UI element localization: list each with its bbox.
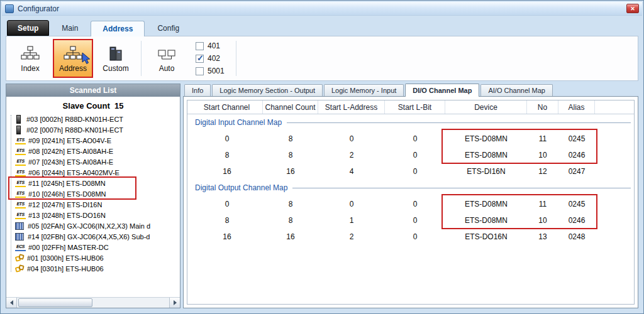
- channel-map-panel: Info Logic Memory Section - Output Logic…: [183, 84, 638, 308]
- tree-item[interactable]: ETS#12 [0247h] ETS-DI16N: [14, 199, 180, 210]
- cell-channel-count: 8: [263, 196, 318, 212]
- cell-start-channel: 0: [191, 196, 263, 212]
- scanned-list-panel: Scanned List Slave Count 15 #03 [0002h] …: [6, 84, 180, 308]
- scroll-thumb[interactable]: [18, 298, 92, 307]
- section-title: Digital Input Channel Map: [187, 114, 634, 131]
- tab-main[interactable]: Main: [50, 20, 89, 36]
- column-header-start-l-address: Start L-Address: [318, 100, 385, 114]
- detail-tab-bar: Info Logic Memory Section - Output Logic…: [183, 84, 638, 96]
- table-header-row: Start Channel Channel Count Start L-Addr…: [187, 100, 634, 114]
- mouse-cursor-icon: [81, 52, 91, 67]
- hub-icon: [15, 254, 25, 262]
- tree-item[interactable]: ETS#10 [0246h] ETS-D08MN: [14, 188, 180, 199]
- cell-start-l-address: 2: [318, 147, 385, 163]
- channel-map-row[interactable]: 8820ETS-D08MN100246: [187, 147, 634, 163]
- tree-item-label: #08 [0242h] ETS-AI08AH-E: [28, 148, 113, 155]
- scroll-left-button[interactable]: [6, 298, 17, 308]
- tree-item[interactable]: ECS#00 [02FFh] MASTER-DC: [14, 242, 180, 252]
- tab-setup[interactable]: Setup: [7, 20, 49, 36]
- cell-device: ETS-D08MN: [445, 147, 527, 163]
- tab-info[interactable]: Info: [184, 84, 211, 96]
- section-title: Digital Output Channel Map: [187, 180, 634, 196]
- master-icon: ECS: [15, 243, 26, 251]
- channel-map-row[interactable]: 161620ETS-DO16N130248: [187, 229, 634, 245]
- auto-button-label: Auto: [159, 64, 175, 73]
- channel-map-row[interactable]: 161640ETS-DI16N120247: [187, 163, 634, 180]
- tree-item[interactable]: #05 [02FAh] GX-JC06(IN,X2,X3) Main d: [14, 220, 180, 231]
- cell-device: ETS-DI16N: [445, 163, 527, 180]
- tree-item-label: #04 [0301h] ETS-HUB06: [27, 265, 104, 273]
- auto-button[interactable]: Auto: [147, 39, 187, 78]
- column-header-device: Device: [445, 100, 527, 114]
- cell-start-l-address: 4: [318, 163, 385, 180]
- checkbox-5001[interactable]: [196, 67, 204, 75]
- channel-map-row[interactable]: 0800ETS-D08MN110245: [187, 196, 634, 212]
- ets-module-icon: ETS: [15, 147, 26, 155]
- tab-aio-channel-map[interactable]: AI/O Channel Map: [480, 84, 553, 96]
- cell-channel-count: 16: [263, 229, 318, 245]
- hub-icon: [15, 264, 25, 273]
- cell-start-l-address: 2: [318, 229, 385, 245]
- checkbox-402[interactable]: [196, 55, 204, 63]
- tree-item[interactable]: ETS#07 [0243h] ETS-AI08AH-E: [14, 156, 180, 167]
- custom-icon: [108, 45, 124, 62]
- custom-button-label: Custom: [103, 64, 128, 73]
- auto-icon: [157, 45, 176, 62]
- cell-start-channel: 8: [191, 147, 263, 163]
- cell-device: ETS-D08MN: [445, 131, 527, 147]
- channel-map-row[interactable]: 0800ETS-D08MN110245: [187, 131, 634, 147]
- column-header-channel-count: Channel Count: [263, 100, 318, 114]
- tree-item-label: #13 [0248h] ETS-DO16N: [28, 212, 106, 219]
- tree-item[interactable]: #14 [02FBh] GX-JC06(X4,X5,X6) Sub-d: [14, 231, 180, 242]
- tree-item-label: #06 [0244h] ETS-A0402MV-E: [28, 169, 119, 176]
- tree-item[interactable]: ETS#09 [0241h] ETS-AO04V-E: [14, 135, 180, 146]
- detail-content: Start Channel Channel Count Start L-Addr…: [183, 96, 638, 308]
- channel-map-table: Start Channel Channel Count Start L-Addr…: [187, 100, 635, 305]
- tree-item[interactable]: #02 [0007h] R88D-KN01H-ECT: [14, 124, 180, 135]
- tab-address[interactable]: Address: [91, 21, 145, 36]
- horizontal-scrollbar[interactable]: [6, 297, 180, 308]
- tab-dio-channel-map[interactable]: DI/O Channel Map: [405, 84, 479, 97]
- checkbox-401[interactable]: [196, 42, 204, 50]
- ets-module-icon: ETS: [15, 136, 26, 144]
- cell-channel-count: 8: [263, 131, 318, 147]
- checkbox-402-label: 402: [208, 54, 220, 63]
- tree-item[interactable]: ETS#06 [0244h] ETS-A0402MV-E: [14, 167, 180, 178]
- tree-item[interactable]: #01 [0300h] ETS-HUB06: [14, 252, 180, 263]
- cell-start-l-address: 0: [318, 131, 385, 147]
- section-title-text: Digital Output Channel Map: [195, 183, 287, 192]
- ets-module-icon: ETS: [15, 179, 26, 187]
- scroll-right-button[interactable]: [169, 298, 180, 308]
- slave-count-label: Slave Count 15: [6, 97, 180, 114]
- ets-module-icon: ETS: [15, 200, 26, 208]
- ets-module-icon: ETS: [15, 211, 26, 219]
- tree-item[interactable]: ETS#13 [0248h] ETS-DO16N: [14, 210, 180, 220]
- cell-alias: 0245: [558, 196, 595, 212]
- tab-logic-memory-input[interactable]: Logic Memory - Input: [324, 84, 404, 96]
- title-bar: Configurator ✕: [2, 2, 642, 16]
- table-body: Digital Input Channel Map0800ETS-D08MN11…: [187, 114, 634, 245]
- cell-alias: 0248: [558, 229, 595, 245]
- cell-start-channel: 8: [191, 212, 263, 229]
- tree-item-label: #09 [0241h] ETS-AO04V-E: [28, 137, 111, 144]
- checkbox-row-5001: 5001: [196, 67, 225, 75]
- tab-config[interactable]: Config: [146, 20, 191, 36]
- scroll-left-icon: [8, 300, 13, 305]
- junction-slave-icon: [15, 233, 24, 241]
- channel-map-row[interactable]: 8810ETS-D08MN100246: [187, 212, 634, 229]
- close-button[interactable]: ✕: [626, 4, 639, 13]
- cell-start-l-bit: 0: [385, 147, 445, 163]
- tree-item[interactable]: #04 [0301h] ETS-HUB06: [14, 263, 180, 274]
- custom-button[interactable]: Custom: [96, 39, 136, 78]
- tree-item[interactable]: #03 [0002h] R88D-KN01H-ECT: [14, 114, 180, 124]
- index-button[interactable]: Index: [10, 39, 50, 78]
- index-icon: [21, 45, 40, 62]
- address-button[interactable]: Address: [53, 39, 93, 78]
- tree-item-label: #00 [02FFh] MASTER-DC: [28, 244, 109, 251]
- ets-module-icon: ETS: [15, 190, 26, 198]
- tree-item[interactable]: ETS#08 [0242h] ETS-AI08AH-E: [14, 146, 180, 156]
- cell-device: ETS-D08MN: [445, 196, 527, 212]
- tree-item[interactable]: ETS#11 [0245h] ETS-D08MN: [14, 178, 180, 188]
- tab-logic-memory-output[interactable]: Logic Memory Section - Output: [212, 84, 323, 96]
- column-header-start-channel: Start Channel: [191, 100, 263, 114]
